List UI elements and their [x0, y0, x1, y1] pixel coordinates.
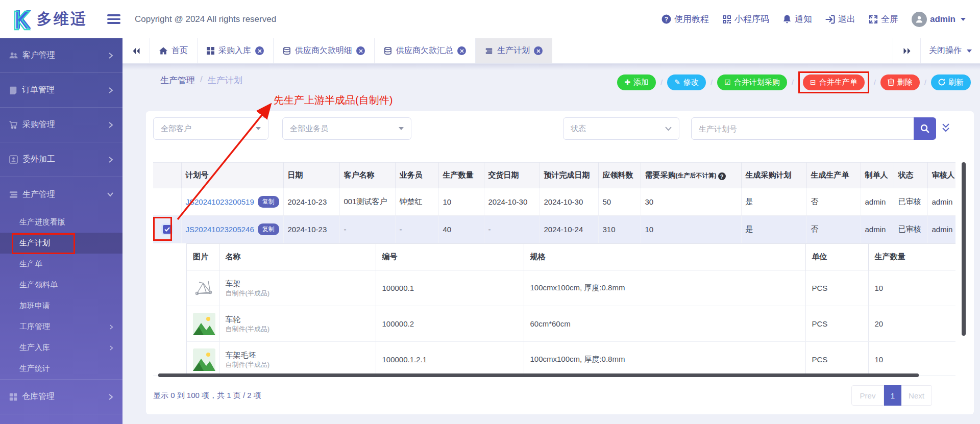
sidebar-subitem-production-plan[interactable]: 生产计划	[0, 233, 122, 254]
column-header-qty: 生产数量	[438, 163, 484, 188]
prev-page-button[interactable]: Prev	[851, 385, 884, 406]
tabs-scroll-left-button[interactable]	[122, 38, 150, 63]
product-image[interactable]	[193, 313, 213, 335]
chevron-down-icon	[967, 49, 972, 53]
cell-purchase[interactable]: 10	[641, 216, 741, 243]
plan-items-subtable: 图片 名称 编号 规格 单位 生产数量	[186, 243, 955, 375]
customer-filter-select[interactable]: 全部客户	[153, 117, 268, 140]
logout-icon	[825, 15, 835, 24]
subtable-row: 车架毛坯自制件(半成品) 100000.1.2.1 100cmx100cm, 厚…	[187, 342, 955, 376]
mini-program-link[interactable]: 小程序码	[722, 13, 769, 25]
column-header-status: 状态	[894, 163, 927, 188]
tab-home[interactable]: 首页	[150, 38, 198, 63]
help-circle-icon[interactable]: ?	[718, 172, 726, 180]
sidebar-toggle-icon[interactable]	[107, 14, 120, 24]
tab-label: 采购入库	[218, 45, 251, 56]
close-tab-icon[interactable]	[255, 46, 264, 55]
subcolumn-name: 名称	[219, 244, 376, 270]
refresh-button[interactable]: 刷新	[931, 74, 971, 90]
salesman-filter-select[interactable]: 全部业务员	[282, 117, 411, 140]
product-unit: PCS	[805, 306, 868, 342]
subcolumn-image: 图片	[187, 244, 219, 270]
product-unit: PCS	[805, 342, 868, 376]
plan-number-link[interactable]: JS20241023205246	[186, 225, 254, 234]
search-button[interactable]	[914, 117, 936, 140]
tab-supplier-debt-summary[interactable]: 供应商欠款汇总	[375, 38, 476, 63]
row-checkbox-checked[interactable]	[163, 225, 172, 234]
cell-customer: -	[339, 216, 395, 243]
chevron-right-icon	[108, 394, 113, 400]
sidebar-subitem-production-order[interactable]: 生产单	[0, 254, 122, 275]
plan-number-link[interactable]: JS20241023200519	[186, 197, 254, 206]
tab-purchase-in[interactable]: 采购入库	[198, 38, 274, 63]
plus-icon: ✚	[624, 79, 630, 86]
logout-link[interactable]: 退出	[825, 13, 855, 25]
sidebar-item-label: 仓库管理	[22, 391, 55, 402]
merge-purchase-plan-button[interactable]: ☑合并计划采购	[717, 74, 787, 90]
sidebar-item-order[interactable]: 订单管理	[0, 73, 122, 108]
close-tab-icon[interactable]	[457, 46, 466, 55]
next-page-button[interactable]: Next	[901, 385, 932, 406]
cell-material: 310	[598, 216, 641, 243]
refresh-icon	[938, 79, 945, 86]
close-operations-menu[interactable]: 关闭操作	[920, 38, 980, 63]
vertical-scrollbar[interactable]	[962, 162, 966, 336]
horizontal-scrollbar[interactable]	[158, 373, 919, 377]
database-icon	[283, 47, 291, 55]
product-spec: 60cm*60cm	[524, 306, 805, 342]
tutorial-link[interactable]: ? 使用教程	[662, 13, 709, 25]
sidebar-subitem-progress-board[interactable]: 生产进度看版	[0, 212, 122, 233]
status-filter-select[interactable]: 状态	[563, 117, 679, 140]
product-type: 自制件(半成品)	[226, 360, 370, 369]
column-header-gen-order: 生成生产单	[806, 163, 861, 188]
edit-button[interactable]: ✎修改	[667, 74, 706, 90]
cell-maker: admin	[861, 216, 894, 243]
column-header-delivery: 交货日期	[484, 163, 540, 188]
plan-number-input[interactable]	[691, 117, 936, 140]
user-menu[interactable]: admin	[912, 12, 966, 27]
notification-link[interactable]: 通知	[782, 13, 812, 25]
product-image[interactable]	[193, 348, 213, 371]
tab-production-plan[interactable]: 生产计划	[476, 38, 552, 63]
close-tab-icon[interactable]	[534, 46, 543, 55]
fullscreen-link[interactable]: 全屏	[869, 13, 898, 25]
breadcrumb-current: 生产计划	[208, 74, 242, 86]
topbar-actions: ? 使用教程 小程序码 通知 退出 全屏 admin	[662, 12, 980, 27]
sidebar-subitem-production-in[interactable]: 生产入库	[0, 337, 122, 358]
sidebar-item-warehouse[interactable]: 仓库管理	[0, 380, 122, 414]
merge-production-order-button[interactable]: ⊟合并生产单	[803, 74, 865, 90]
tab-label: 首页	[172, 45, 188, 56]
help-circle-icon: ?	[662, 14, 671, 24]
sidebar-item-production[interactable]: 生产管理	[0, 177, 122, 212]
current-page-button[interactable]: 1	[884, 385, 901, 406]
toolbar-separator: /	[710, 78, 713, 87]
check-square-icon: ☑	[724, 79, 731, 86]
copy-badge[interactable]: 复制	[258, 223, 279, 235]
chevron-down-icon	[399, 127, 404, 130]
sidebar-subitem-overtime[interactable]: 加班申请	[0, 295, 122, 316]
sidebar-item-purchase[interactable]: 采购管理	[0, 108, 122, 142]
tabs-scroll-right-button[interactable]	[893, 38, 920, 63]
advanced-filter-toggle[interactable]	[940, 122, 951, 134]
tab-label: 供应商欠款汇总	[396, 45, 453, 56]
product-sketch-image[interactable]	[193, 277, 213, 300]
product-type: 自制件(半成品)	[226, 289, 370, 298]
cell-auditor: admin	[927, 188, 955, 216]
tab-supplier-debt-detail[interactable]: 供应商欠款明细	[274, 38, 375, 63]
cell-gen-order: 否	[806, 188, 861, 216]
sidebar-item-outsource[interactable]: 委外加工	[0, 142, 122, 177]
cell-purchase[interactable]: 30	[641, 188, 741, 216]
copy-badge[interactable]: 复制	[258, 196, 279, 208]
breadcrumb: 生产管理 / 生产计划	[160, 74, 242, 86]
delete-button[interactable]: 删除	[880, 74, 920, 90]
sidebar-subitem-material-requisition[interactable]: 生产领料单	[0, 275, 122, 295]
close-tab-icon[interactable]	[356, 46, 365, 55]
sidebar-subitem-production-stats[interactable]: 生产统计	[0, 358, 122, 379]
add-button[interactable]: ✚添加	[617, 74, 656, 90]
sidebar-subitem-process[interactable]: 工序管理	[0, 316, 122, 337]
breadcrumb-section[interactable]: 生产管理	[160, 74, 195, 86]
cell-estimate: 2024-10-24	[540, 216, 598, 243]
layers-icon	[9, 190, 18, 199]
sidebar-item-customer[interactable]: 客户管理	[0, 38, 122, 73]
product-type: 自制件(半成品)	[226, 325, 370, 334]
